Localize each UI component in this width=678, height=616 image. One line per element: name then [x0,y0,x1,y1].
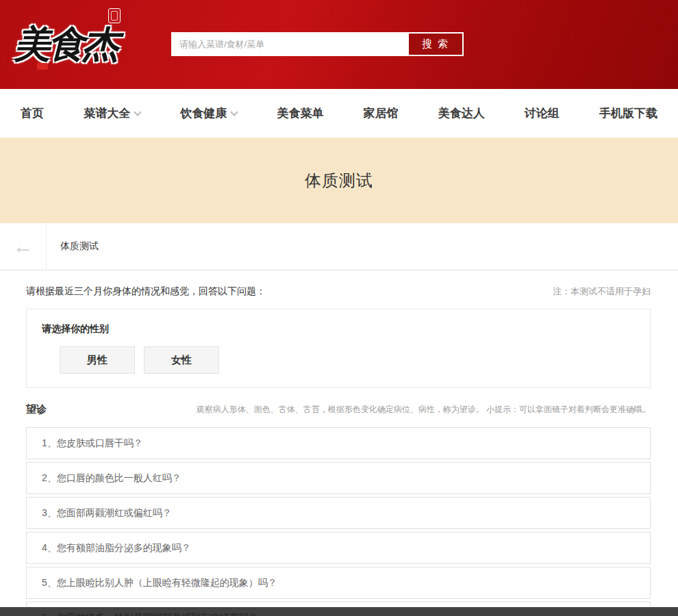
nav-label: 家居馆 [364,105,399,121]
question-item[interactable]: 4、您有额部油脂分泌多的现象吗？ [26,532,651,564]
question-item[interactable]: 1、您皮肤或口唇干吗？ [26,427,651,459]
nav-label: 饮食健康 [180,105,227,121]
inspection-section-header: 望诊 观察病人形体、面色、舌体、舌苔，根据形色变化确定病位、病性，称为望诊。 小… [26,403,651,416]
question-list: 1、您皮肤或口唇干吗？ 2、您口唇的颜色比一般人红吗？ 3、您面部两颧潮红或偏红… [26,427,651,616]
intro-row: 请根据最近三个月你身体的情况和感觉，回答以下问题： 注：本测试不适用于孕妇 [26,285,651,298]
question-item[interactable]: 3、您面部两颧潮红或偏红吗？ [26,497,651,529]
breadcrumb-label: 体质测试 [60,223,99,270]
nav-label: 美食达人 [438,105,485,121]
gender-select-panel: 请选择你的性别 男性 女性 [26,309,651,388]
nav-label: 讨论组 [525,105,560,121]
nav-item-mobile-download[interactable]: 手机版下载 [599,105,657,121]
nav-item-home-store[interactable]: 家居馆 [364,105,399,121]
back-arrow-icon: ← [13,235,34,258]
nav-item-food-menu[interactable]: 美食菜单 [277,105,323,121]
question-text: 4、您有额部油脂分泌多的现象吗？ [42,542,191,554]
page-title: 体质测试 [305,170,373,192]
nav-item-food-expert[interactable]: 美食达人 [438,105,485,121]
pregnancy-note: 注：本测试不适用于孕妇 [553,285,651,298]
intro-text: 请根据最近三个月你身体的情况和感觉，回答以下问题： [26,285,266,298]
chevron-down-icon [134,108,141,116]
nav-item-discussion-group[interactable]: 讨论组 [525,105,560,121]
main-content: 请根据最近三个月你身体的情况和感觉，回答以下问题： 注：本测试不适用于孕妇 请选… [0,285,678,616]
site-header: 美食杰 搜 索 [0,0,678,89]
search-bar: 搜 索 [171,32,464,56]
question-text: 3、您面部两颧潮红或偏红吗？ [42,507,172,519]
male-button[interactable]: 男性 [60,346,135,374]
search-button[interactable]: 搜 索 [407,32,464,56]
breadcrumb: ← 体质测试 [0,223,678,270]
question-item[interactable]: 5、您上眼睑比别人肿（上眼睑有轻微隆起的现象）吗？ [26,567,651,599]
nav-item-recipes[interactable]: 菜谱大全 [84,105,140,121]
section-description: 观察病人形体、面色、舌体、舌苔，根据形色变化确定病位、病性，称为望诊。 小提示：… [197,404,651,415]
nav-label: 美食菜单 [277,105,323,121]
nav-label: 菜谱大全 [84,105,130,121]
gender-buttons: 男性 女性 [60,346,635,374]
question-text: 5、您上眼睑比别人肿（上眼睑有轻微隆起的现象）吗？ [42,577,277,589]
question-text: 2、您口唇的颜色比一般人红吗？ [42,472,181,485]
back-button[interactable]: ← [0,223,47,270]
site-logo[interactable]: 美食杰 [14,12,130,75]
main-navigation: 首页 菜谱大全 饮食健康 美食菜单 家居馆 美食达人 讨论组 手机版下载 [0,89,678,138]
gender-title: 请选择你的性别 [42,323,635,335]
nav-label: 首页 [21,105,44,121]
logo-seal-stamp-icon [108,8,121,23]
nav-label: 手机版下载 [599,105,657,121]
chevron-down-icon [231,108,238,116]
female-button[interactable]: 女性 [144,346,219,374]
question-item[interactable]: 2、您口唇的颜色比一般人红吗？ [26,462,651,494]
section-title: 望诊 [26,403,47,416]
bottom-dark-overlay [0,607,678,616]
page-banner: 体质测试 [0,138,678,223]
nav-item-home[interactable]: 首页 [21,105,44,121]
nav-item-diet-health[interactable]: 饮食健康 [180,105,237,121]
logo-red-mark-icon [37,63,48,70]
question-text: 1、您皮肤或口唇干吗？ [42,437,143,450]
